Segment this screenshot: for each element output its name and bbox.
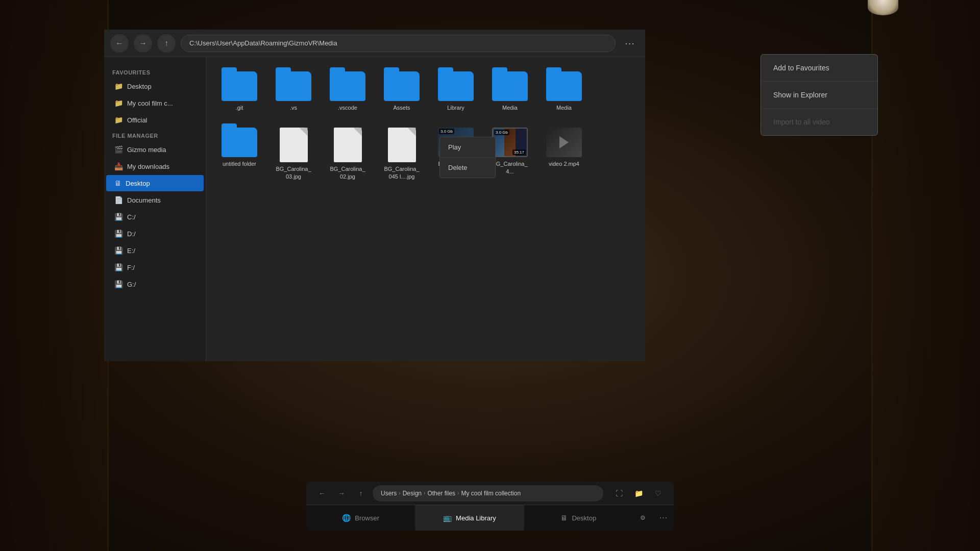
bc-segment-users: Users [381, 490, 397, 497]
taskbar: ← → ↑ Users › Design › Other files › My … [306, 482, 674, 531]
media-library-icon: 📺 [443, 514, 452, 522]
file-item-vs[interactable]: .vs [271, 67, 316, 115]
context-import-video: Import to all video [761, 109, 877, 135]
sidebar-item-label: My cool film c... [127, 99, 173, 107]
file-name: .git [236, 104, 243, 111]
files-row: untitled folder BG_Carolina_03.jpg BG_Ca… [216, 123, 635, 184]
download-icon: 📥 [114, 162, 123, 170]
sidebar-item-label: My downloads [127, 163, 169, 170]
file-name: untitled folder [223, 160, 256, 167]
tab-extra-button[interactable]: ··· [653, 505, 674, 531]
address-text: C:\Users\User\AppData\Roaming\GizmoVR\Me… [189, 39, 337, 47]
media-icon: 🎬 [114, 145, 123, 154]
sidebar-item-documents[interactable]: 📄 Documents [106, 192, 204, 208]
context-menu-play[interactable]: Play [440, 137, 495, 158]
file-item-bg-carolina-045[interactable]: BG_Carolina_045 l....jpg [379, 123, 425, 184]
sidebar-item-desktop-fav[interactable]: 📁 Desktop [106, 78, 204, 94]
document-icon: 📄 [114, 196, 123, 204]
folder-icon [276, 71, 311, 101]
file-item-git[interactable]: .git [216, 67, 262, 115]
video-thumbnail: 3.0 Gb 35:17 [492, 128, 528, 157]
breadcrumb-icons: ⛶ 📁 ♡ [611, 486, 666, 501]
tab-more-button[interactable]: ⚙ [633, 505, 653, 531]
tab-bar: 🌐 Browser 📺 Media Library 🖥 Desktop ⚙ ··… [306, 505, 674, 531]
file-name: Media [556, 104, 572, 111]
file-item-bg-carolina-02[interactable]: BG_Carolina_02.jpg [325, 123, 371, 184]
drive-icon: 💾 [114, 246, 123, 255]
breadcrumb-bar: ← → ↑ Users › Design › Other files › My … [306, 482, 674, 505]
file-item-vscode[interactable]: .vscode [325, 67, 371, 115]
sidebar-item-gizmo-media[interactable]: 🎬 Gizmo media [106, 141, 204, 158]
back-button[interactable]: ← [110, 34, 129, 53]
sidebar-item-label: Official [127, 116, 148, 124]
sidebar-item-my-downloads[interactable]: 📥 My downloads [106, 158, 204, 174]
file-item-bg-carolina-03[interactable]: BG_Carolina_03.jpg [271, 123, 316, 184]
desktop-tab-icon: 🖥 [560, 514, 568, 522]
tab-browser[interactable]: 🌐 Browser [306, 505, 415, 531]
forward-button[interactable]: → [134, 34, 152, 53]
content-area: FAVOURITES 📁 Desktop 📁 My cool film c...… [104, 57, 645, 361]
folder-icon: 📁 [114, 116, 123, 124]
folder-row: .git .vs .vscode Assets Library [216, 67, 635, 115]
context-show-explorer[interactable]: Show in Explorer [761, 82, 877, 109]
file-name: video 2.mp4 [549, 160, 579, 167]
file-item-media2[interactable]: Media [541, 67, 587, 115]
drive-icon: 💾 [114, 230, 123, 238]
sidebar-item-desktop[interactable]: 🖥 Desktop [106, 175, 204, 191]
sidebar-item-label: Desktop [127, 83, 152, 90]
file-name: Media [502, 104, 518, 111]
file-name: Library [447, 104, 464, 111]
tab-media-library[interactable]: 📺 Media Library [415, 505, 524, 531]
file-item-library[interactable]: Library [433, 67, 479, 115]
folder-button[interactable]: 📁 [631, 486, 646, 501]
drive-icon: 💾 [114, 263, 123, 271]
tab-label: Browser [355, 514, 379, 522]
sidebar-item-label: F:/ [127, 264, 135, 271]
file-manager-label: FILE MANAGER [104, 129, 206, 141]
breadcrumb-back-button[interactable]: ← [314, 486, 330, 501]
file-item-video2[interactable]: video 2.mp4 [541, 123, 587, 184]
sidebar-item-e-drive[interactable]: 💾 E:/ [106, 242, 204, 259]
drive-icon: 💾 [114, 213, 123, 221]
folder-icon: 📁 [114, 82, 123, 90]
sidebar-item-my-cool-film[interactable]: 📁 My cool film c... [106, 95, 204, 111]
folder-icon [330, 71, 365, 101]
sidebar-item-d-drive[interactable]: 💾 D:/ [106, 226, 204, 242]
sidebar-item-label: Documents [127, 196, 161, 204]
sidebar-item-c-drive[interactable]: 💾 C:/ [106, 209, 204, 225]
file-item-assets[interactable]: Assets [379, 67, 425, 115]
context-menu-delete[interactable]: Delete [440, 158, 495, 178]
sidebar-item-f-drive[interactable]: 💾 F:/ [106, 259, 204, 276]
drive-icon: 💾 [114, 280, 123, 288]
sidebar-item-official[interactable]: 📁 Official [106, 112, 204, 128]
video-duration-badge: 35:17 [512, 149, 526, 155]
fullscreen-button[interactable]: ⛶ [611, 486, 627, 501]
video-size-badge: 3.0 Gb [439, 129, 454, 134]
favourite-button[interactable]: ♡ [650, 486, 666, 501]
address-bar[interactable]: C:\Users\User\AppData\Roaming\GizmoVR\Me… [181, 35, 616, 52]
file-name: Assets [393, 104, 410, 111]
bc-segment-other-files: Other files [427, 490, 455, 497]
up-button[interactable]: ↑ [157, 34, 176, 53]
breadcrumb-up-button[interactable]: ↑ [353, 486, 369, 501]
context-add-to-favourites[interactable]: Add to Favourites [761, 55, 877, 82]
folder-icon: 📁 [114, 99, 123, 107]
folder-icon [438, 71, 474, 101]
document-icon [388, 128, 416, 162]
titlebar: ← → ↑ C:\Users\User\AppData\Roaming\Gizm… [104, 30, 645, 57]
bc-sep-3: › [457, 490, 459, 496]
vr-icon: ⚙ [640, 514, 646, 521]
document-icon [280, 128, 308, 162]
bc-sep-1: › [399, 490, 400, 496]
folder-icon [222, 128, 257, 157]
file-name: .vscode [338, 104, 357, 111]
more-button[interactable]: ··· [621, 34, 639, 53]
sidebar-item-label: C:/ [127, 213, 136, 221]
tab-desktop[interactable]: 🖥 Desktop [524, 505, 633, 531]
sidebar-item-label: Gizmo media [127, 146, 166, 154]
breadcrumb-forward-button[interactable]: → [334, 486, 349, 501]
browser-icon: 🌐 [342, 514, 351, 522]
file-item-untitled-folder[interactable]: untitled folder [216, 123, 262, 184]
sidebar-item-g-drive[interactable]: 💾 G:/ [106, 276, 204, 292]
file-item-media1[interactable]: Media [487, 67, 533, 115]
